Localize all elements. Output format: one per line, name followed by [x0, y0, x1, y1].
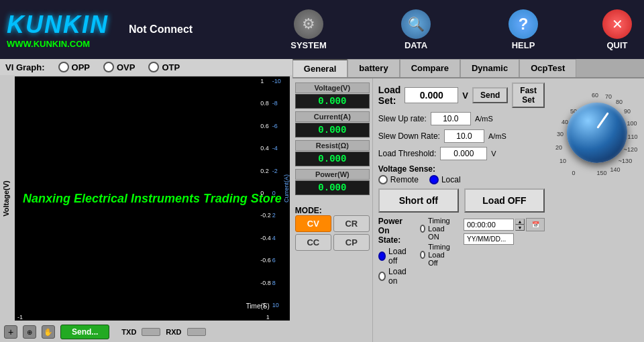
slew-up-label: Slew Up rate:	[378, 114, 427, 123]
time-up-button[interactable]: ▲	[515, 219, 525, 225]
right-panel: General battery Compare Dynamic OcpTest …	[292, 59, 644, 342]
threshold-input[interactable]	[440, 147, 487, 160]
load-off-button[interactable]: Load OFF	[464, 188, 545, 213]
short-off-button[interactable]: Short off	[378, 188, 459, 213]
time-input-area: ▲ ▼ 📅	[464, 218, 545, 245]
control-panel: Load Set: V Send Fast Set Slew Up rate: …	[373, 78, 550, 342]
date-format-input[interactable]	[464, 233, 514, 245]
power-on-state: Power On State: Load off Load on	[378, 217, 410, 286]
txd-led	[142, 328, 160, 336]
data-button[interactable]: 🔍 DATA	[396, 9, 436, 50]
pan-button[interactable]: ✋	[42, 325, 55, 339]
threshold-row: Load Threshold: V	[378, 147, 545, 160]
y-axis-label: Voltage(V)	[2, 180, 10, 217]
current-group: Current(A) 0.000	[295, 111, 370, 137]
slew-up-row: Slew Up rate: A/mS	[378, 112, 545, 125]
txd-label: TXD	[121, 328, 136, 336]
vi-graph-title: VI Graph:	[5, 62, 45, 72]
otp-radio[interactable]	[148, 62, 159, 72]
svg-text:~120: ~120	[624, 146, 637, 153]
load-set-input[interactable]	[405, 87, 458, 103]
mode-cr-button[interactable]: CR	[333, 215, 370, 232]
svg-text:~130: ~130	[619, 158, 632, 164]
voltage-group: Voltage(V) 0.000	[295, 82, 370, 109]
power-radio-options: Load off Load on	[378, 247, 410, 286]
opp-option[interactable]: OPP	[58, 62, 90, 72]
knob-container[interactable]: 60 70 80 90 100 110 ~120 ~130 140 150 0 …	[553, 89, 641, 176]
tab-battery[interactable]: battery	[347, 59, 399, 77]
graph-bottom-bar: + ⊕ ✋ Send... TXD RXD	[0, 322, 292, 342]
threshold-unit: V	[491, 150, 496, 158]
knob-indicator	[596, 112, 609, 129]
quit-button[interactable]: ✕ QUIT	[597, 9, 637, 50]
zoom-plus-button[interactable]: +	[4, 325, 17, 339]
power-value: 0.000	[295, 180, 370, 195]
slew-up-unit: A/mS	[475, 115, 493, 123]
connection-status: Not Connect	[129, 23, 193, 36]
remote-radio[interactable]	[378, 175, 388, 184]
mode-cc-button[interactable]: CC	[295, 234, 331, 251]
mode-label: MODE:	[295, 206, 370, 215]
time-calendar-button[interactable]: 📅	[526, 218, 545, 231]
main-content: VI Graph: OPP OVP OTP Voltage(V) Nanxing…	[0, 59, 644, 342]
load-off-radio[interactable]	[378, 251, 386, 261]
tab-general[interactable]: General	[292, 59, 347, 77]
remote-option[interactable]: Remote	[378, 175, 419, 184]
ovp-option[interactable]: OVP	[103, 62, 135, 72]
mode-cv-button[interactable]: CV	[295, 215, 331, 232]
local-label: Local	[441, 175, 461, 184]
slew-down-input[interactable]	[444, 129, 484, 143]
system-button[interactable]: ⚙ SYSTEM	[288, 9, 329, 50]
load-on-option[interactable]: Load on	[378, 267, 410, 286]
load-on-radio[interactable]	[378, 272, 386, 281]
otp-option[interactable]: OTP	[148, 62, 180, 72]
svg-text:10: 10	[559, 158, 566, 164]
mode-buttons: CV CR CC CP	[295, 215, 370, 251]
svg-text:150: 150	[596, 170, 606, 176]
time-down-button[interactable]: ▼	[515, 225, 525, 231]
otp-label: OTP	[162, 62, 180, 72]
measurements-panel: Voltage(V) 0.000 Current(A) 0.000 Resist…	[292, 78, 373, 342]
fast-set-button[interactable]: Fast Set	[512, 82, 545, 108]
voltage-sense-label: Voltage Sense:	[378, 164, 545, 174]
time-value-input[interactable]	[464, 219, 514, 231]
graph-canvas[interactable]: Nanxing Electrical Instruments Trading S…	[15, 76, 290, 321]
local-option[interactable]: Local	[429, 175, 461, 184]
voltage-value: 0.000	[295, 94, 370, 109]
knob-ball[interactable]	[567, 103, 627, 163]
slew-down-label: Slew Down Rate:	[378, 131, 440, 141]
zoom-target-button[interactable]: ⊕	[23, 325, 36, 339]
quit-icon: ✕	[602, 9, 632, 39]
quit-label: QUIT	[606, 40, 627, 50]
tab-dynamic[interactable]: Dynamic	[460, 59, 519, 77]
slew-up-input[interactable]	[431, 112, 471, 125]
slew-down-unit: A/mS	[488, 132, 506, 140]
help-icon: ?	[508, 9, 538, 39]
timing-off-label: Timing Load Off	[428, 243, 453, 267]
power-group: Power(W) 0.000	[295, 169, 370, 195]
tab-compare[interactable]: Compare	[400, 59, 460, 77]
send-load-button[interactable]: Send	[472, 87, 508, 103]
local-radio[interactable]	[429, 175, 439, 184]
opp-radio[interactable]	[58, 62, 69, 72]
send-button[interactable]: Send...	[60, 325, 109, 339]
svg-text:70: 70	[605, 93, 612, 100]
timing-on-radio[interactable]	[420, 225, 425, 233]
load-set-label: Load Set:	[378, 84, 400, 106]
svg-text:90: 90	[624, 108, 631, 115]
logo-url: WWW.KUNKIN.COM	[7, 39, 109, 49]
data-label: DATA	[405, 40, 427, 50]
ovp-label: OVP	[117, 62, 135, 72]
tab-ocptest[interactable]: OcpTest	[519, 59, 576, 77]
load-set-unit: V	[462, 91, 468, 101]
svg-text:140: 140	[610, 166, 620, 173]
timing-on-row: Timing Load ON	[420, 217, 453, 241]
timing-off-row: Timing Load Off	[420, 243, 453, 267]
logo-kunkin: KUNKIN	[7, 11, 109, 39]
ovp-radio[interactable]	[103, 62, 114, 72]
opp-label: OPP	[72, 62, 90, 72]
timing-off-radio[interactable]	[420, 251, 425, 259]
load-off-option[interactable]: Load off	[378, 247, 410, 266]
mode-cp-button[interactable]: CP	[333, 234, 370, 251]
help-button[interactable]: ? HELP	[503, 9, 543, 50]
